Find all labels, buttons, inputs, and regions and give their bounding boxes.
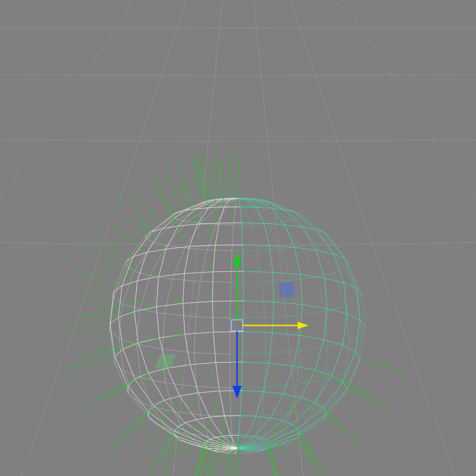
- svg-line-578: [270, 418, 283, 421]
- svg-line-27: [91, 248, 134, 271]
- svg-line-697: [266, 440, 277, 476]
- svg-line-299: [233, 207, 235, 225]
- svg-line-644: [204, 292, 212, 301]
- svg-line-546: [262, 413, 291, 416]
- svg-line-454: [358, 294, 361, 300]
- svg-line-161: [243, 331, 243, 362]
- svg-line-424: [207, 250, 232, 251]
- svg-line-505: [324, 340, 343, 345]
- svg-line-134: [295, 247, 301, 274]
- svg-line-407: [325, 233, 329, 237]
- svg-line-231: [110, 291, 114, 324]
- svg-line-477: [346, 300, 358, 306]
- svg-line-556: [242, 390, 264, 391]
- svg-line-113: [332, 345, 343, 376]
- svg-line-96: [300, 214, 325, 233]
- svg-line-111: [344, 283, 347, 314]
- svg-line-222: [135, 379, 153, 406]
- svg-line-650: [360, 359, 410, 372]
- svg-line-44: [226, 354, 230, 367]
- svg-line-291: [194, 317, 196, 352]
- transform-gizmo[interactable]: [155, 253, 309, 399]
- svg-line-313: [257, 250, 262, 282]
- svg-line-564: [149, 418, 155, 424]
- svg-line-469: [123, 304, 140, 310]
- svg-line-64: [187, 447, 201, 476]
- svg-line-102: [324, 382, 343, 408]
- svg-line-493: [119, 338, 137, 344]
- svg-line-170: [213, 245, 215, 271]
- svg-line-301: [231, 251, 232, 283]
- svg-line-645: [163, 295, 183, 303]
- svg-line-149: [269, 333, 272, 363]
- gizmo-arrow-z[interactable]: [232, 386, 242, 399]
- svg-line-674: [213, 391, 219, 415]
- svg-line-158: [243, 245, 243, 271]
- svg-line-506: [300, 336, 324, 340]
- svg-line-68: [223, 453, 227, 476]
- svg-line-374: [212, 205, 218, 206]
- svg-line-181: [189, 224, 198, 246]
- svg-line-418: [146, 231, 152, 235]
- svg-line-66: [232, 450, 234, 476]
- svg-line-440: [147, 249, 166, 252]
- svg-line-288: [207, 225, 216, 250]
- svg-line-138: [284, 366, 294, 394]
- svg-line-681: [298, 437, 322, 476]
- gizmo-plane-xz[interactable]: [155, 354, 176, 368]
- svg-line-304: [230, 354, 230, 388]
- svg-line-23: [194, 217, 207, 250]
- svg-line-175: [219, 391, 225, 416]
- sphere-wireframe[interactable]: [110, 198, 365, 453]
- svg-line-37: [177, 313, 196, 317]
- svg-line-693: [150, 436, 175, 476]
- svg-line-402: [251, 224, 268, 225]
- svg-line-375: [218, 206, 226, 207]
- svg-line-353: [333, 374, 345, 403]
- svg-line-533: [216, 362, 243, 363]
- svg-line-623: [227, 148, 230, 198]
- svg-line-573: [314, 420, 324, 426]
- svg-line-539: [128, 386, 128, 393]
- svg-line-99: [357, 288, 360, 320]
- gizmo-arrow-x[interactable]: [298, 322, 309, 329]
- svg-line-303: [230, 318, 230, 354]
- svg-line-445: [134, 271, 150, 275]
- svg-line-642: [99, 264, 138, 280]
- svg-line-87: [362, 294, 365, 327]
- svg-line-35: [98, 302, 140, 309]
- svg-line-676: [159, 396, 180, 422]
- svg-line-184: [183, 303, 185, 334]
- svg-line-199: [180, 396, 196, 420]
- svg-line-513: [123, 343, 138, 349]
- svg-line-608: [210, 437, 216, 439]
- svg-line-638: [93, 230, 133, 257]
- svg-line-52: [94, 400, 136, 431]
- svg-line-31: [228, 263, 231, 282]
- gizmo-center[interactable]: [231, 320, 243, 331]
- svg-line-380: [260, 205, 265, 206]
- viewport-canvas[interactable]: [0, 0, 476, 476]
- svg-line-45: [65, 364, 115, 379]
- svg-line-351: [346, 306, 350, 341]
- svg-line-560: [165, 396, 180, 400]
- svg-line-169: [215, 223, 219, 245]
- svg-line-593: [234, 450, 251, 450]
- 3d-viewport[interactable]: [0, 0, 476, 476]
- svg-line-293: [196, 386, 201, 415]
- svg-line-148: [272, 302, 274, 332]
- svg-line-572: [299, 426, 314, 431]
- svg-line-679: [113, 411, 148, 445]
- svg-line-195: [156, 277, 159, 307]
- svg-line-558: [198, 391, 219, 393]
- svg-line-433: [316, 251, 333, 254]
- svg-line-39: [58, 331, 110, 333]
- svg-line-474: [265, 315, 298, 317]
- gizmo-plane-xy[interactable]: [279, 282, 295, 298]
- svg-line-519: [165, 383, 196, 386]
- gizmo-arrow-y[interactable]: [233, 253, 241, 265]
- ground-grid: [0, 0, 476, 476]
- svg-line-420: [146, 239, 153, 243]
- svg-line-198: [167, 368, 180, 396]
- svg-line-463: [159, 273, 184, 277]
